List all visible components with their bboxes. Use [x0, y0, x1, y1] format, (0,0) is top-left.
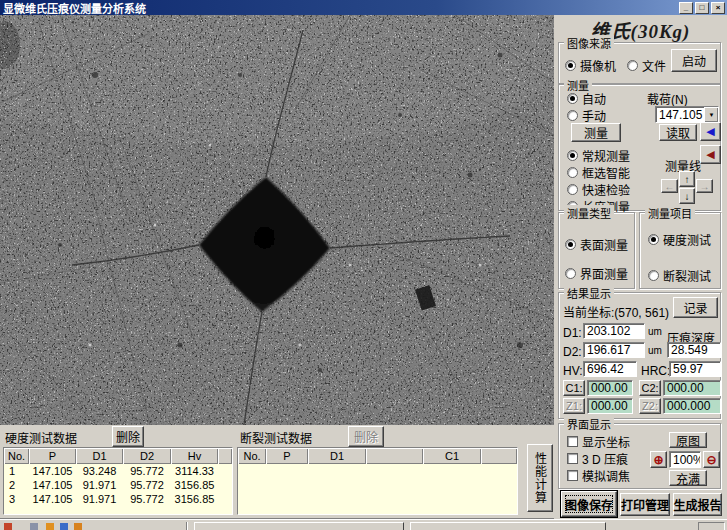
start-button[interactable]: 启动	[671, 49, 717, 72]
depth-field[interactable]: 28.549	[667, 342, 721, 358]
radio-camera[interactable]: 摄像机	[565, 57, 616, 74]
line-left-button[interactable]: ←	[661, 179, 678, 193]
d2-unit: um	[648, 345, 662, 356]
radio-mode-boxselect-label: 框选智能	[582, 164, 630, 181]
hv-field[interactable]: 696.42	[583, 361, 637, 377]
radio-interface[interactable]: 界面测量	[565, 265, 628, 282]
col-blank1	[366, 448, 423, 464]
z1-field[interactable]: 000.00	[587, 398, 633, 414]
radio-auto[interactable]: 自动	[567, 90, 606, 107]
minimize-icon[interactable]: _	[679, 2, 693, 14]
radio-manual-icon	[567, 110, 578, 121]
quick-launch-icon[interactable]	[60, 523, 68, 530]
zoom-out-button[interactable]: ⊖	[703, 451, 720, 468]
col-d1: D1	[76, 448, 123, 464]
fracture-delete-button: 删除	[348, 426, 384, 447]
results-title: 结果显示	[564, 285, 614, 301]
hardness-table-title: 硬度测试数据	[5, 429, 77, 446]
original-image-button[interactable]: 原图	[669, 432, 707, 448]
radio-fracture-test[interactable]: 断裂测试	[648, 267, 711, 284]
radio-mode-quick[interactable]: 快速检验	[567, 181, 630, 198]
radio-mode-normal[interactable]: 常规测量	[567, 147, 630, 164]
c1-field[interactable]: 000.00	[587, 380, 633, 396]
radio-surface[interactable]: 表面测量	[565, 236, 628, 253]
radio-camera-icon	[565, 60, 576, 71]
right-icon: →	[700, 181, 710, 192]
window-title: 显微维氏压痕仪测量分析系统	[0, 0, 679, 16]
zoom-in-button[interactable]: ⊕	[650, 451, 667, 468]
col-p: P	[29, 448, 76, 464]
close-icon[interactable]: ×	[711, 2, 725, 14]
specimen-image[interactable]	[0, 15, 554, 425]
radio-manual[interactable]: 手动	[567, 107, 606, 124]
load-combobox[interactable]: 147.105 ▼	[655, 106, 719, 123]
zoom-in-icon: ⊕	[653, 453, 663, 467]
checkbox-3d-indent[interactable]: 3 D 压痕	[567, 450, 628, 467]
fracture-table-header: No. P D1 C1	[238, 448, 517, 464]
c1-button[interactable]: C1:	[563, 380, 585, 396]
checkbox-sim-focus[interactable]: 模拟调焦	[567, 467, 630, 484]
zoom-level-field[interactable]: 100%	[669, 451, 701, 468]
d1-field[interactable]: 203.102	[583, 323, 645, 339]
radio-fracture-test-label: 断裂测试	[663, 267, 711, 284]
radio-hardness-test[interactable]: 硬度测试	[648, 231, 711, 248]
fracture-table-title: 断裂测试数据	[240, 429, 312, 446]
col-d1: D1	[308, 448, 366, 464]
coord-label: 当前坐标:(570, 561)	[563, 303, 669, 320]
col-c1: C1	[423, 448, 481, 464]
radio-mode-quick-label: 快速检验	[582, 181, 630, 198]
table-row[interactable]: 3 147.105 91.971 95.772 3156.85	[4, 492, 232, 506]
measure-button[interactable]: 测量	[571, 123, 621, 142]
fracture-table[interactable]: No. P D1 C1	[237, 447, 518, 515]
d2-label: D2:	[563, 345, 582, 359]
generate-report-button[interactable]: 生成报告	[673, 493, 722, 516]
measure-item-group: 测量项目 硬度测试 断裂测试	[639, 212, 721, 289]
checkbox-3d-indent-label: 3 D 压痕	[582, 450, 628, 467]
task-button[interactable]	[410, 522, 606, 530]
radio-file-label: 文件	[642, 57, 666, 74]
print-manage-button[interactable]: 打印管理	[620, 493, 670, 516]
left-icon: ←	[665, 181, 675, 192]
load-label: 载荷(N)	[647, 90, 688, 107]
restore-icon[interactable]: □	[695, 2, 709, 14]
line-right-button[interactable]: →	[696, 179, 713, 193]
read-button[interactable]: 读取	[659, 124, 697, 141]
d2-field[interactable]: 196.617	[583, 342, 645, 358]
quick-launch-icon[interactable]	[30, 523, 38, 530]
quick-launch-icon[interactable]	[74, 523, 82, 530]
c2-button[interactable]: C2:	[639, 380, 661, 396]
checkbox-sim-focus-label: 模拟调焦	[582, 467, 630, 484]
control-panel: 维氏(30Kg) 图像来源 摄像机 文件 启动 测量 自动 手动	[554, 15, 727, 519]
line-down-button[interactable]: ↓	[679, 188, 695, 204]
dropdown-icon[interactable]: ▼	[704, 107, 718, 122]
coord-value: (570, 561)	[614, 306, 669, 320]
c2-field[interactable]: 000.00	[663, 380, 721, 396]
fill-button[interactable]: 充满	[669, 470, 707, 486]
z2-field[interactable]: 000.000	[663, 398, 721, 414]
col-d2: D2	[123, 448, 171, 464]
table-row[interactable]: 2 147.105 91.971 95.772 3156.85	[4, 478, 232, 492]
quick-launch-icon[interactable]	[46, 523, 54, 530]
load-value: 147.105	[659, 108, 702, 122]
hardness-table[interactable]: No. P D1 D2 Hv 1 147.105 93.248 95.772 3…	[3, 447, 233, 515]
radio-file[interactable]: 文件	[627, 57, 666, 74]
record-button[interactable]: 记录	[673, 297, 718, 318]
hardness-delete-button[interactable]: 删除	[112, 426, 144, 447]
table-row[interactable]: 1 147.105 93.248 95.772 3114.33	[4, 464, 232, 478]
performance-calc-button[interactable]: 性能计算	[527, 444, 553, 512]
image-source-title: 图像来源	[564, 35, 614, 51]
quick-launch-icon[interactable]	[4, 523, 12, 530]
hrc-field[interactable]: 59.97	[669, 361, 721, 377]
line-up-button[interactable]: ↑	[679, 171, 695, 187]
col-extra	[218, 448, 232, 464]
up-icon: ↑	[685, 174, 690, 185]
prev-blue-button[interactable]: ◀	[700, 122, 721, 141]
radio-hardness-test-icon	[648, 234, 659, 245]
save-image-button[interactable]: 图像保存	[561, 491, 617, 517]
checkbox-show-coords[interactable]: 显示坐标	[567, 433, 630, 450]
measure-type-title: 测量类型	[564, 205, 614, 221]
radio-interface-label: 界面测量	[580, 265, 628, 282]
radio-mode-boxselect[interactable]: 框选智能	[567, 164, 630, 181]
task-button[interactable]	[194, 522, 404, 530]
prev-red-button[interactable]: ◀	[700, 145, 721, 164]
